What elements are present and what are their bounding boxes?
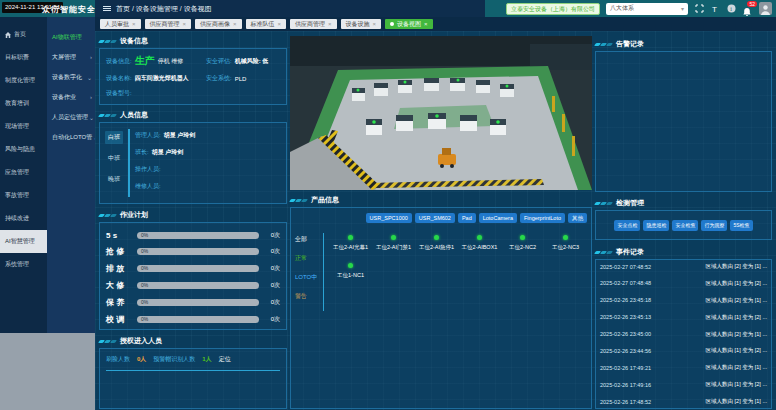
event-row[interactable]: 2025-02-26 23:44:56区域人数由 [1] 变为 [2] ... (600, 347, 767, 354)
submenu-device-operation[interactable]: 设备作业› (47, 87, 95, 107)
device-item[interactable]: 工位2-AIBOX1 (458, 235, 501, 251)
shift-tabs: 白班 中班 晚班 (105, 129, 123, 197)
sidebar-item-accident-mgmt[interactable]: 事故管理 (0, 184, 47, 207)
tab-supplier-mgmt-1[interactable]: 供应商管理× (145, 19, 192, 29)
progress-bar: 0% (137, 248, 259, 255)
progress-bar: 0% (137, 316, 259, 323)
panel-header-icon (99, 340, 116, 343)
event-row[interactable]: 2025-02-26 17:48:52区域人数由 [2] 变为 [1] ... (600, 398, 767, 405)
event-row[interactable]: 2025-02-26 17:49:16区域人数由 [1] 变为 [2] ... (600, 381, 767, 388)
btn-usr-sm602[interactable]: USR_SM602 (415, 213, 455, 223)
factory-3d-view[interactable] (290, 36, 592, 190)
sidebar-item-education-training[interactable]: 教育培训 (0, 92, 47, 115)
filter-warning[interactable]: 警告 (295, 292, 307, 301)
device-item[interactable]: 工位2-AI光幕1 (329, 235, 372, 251)
btn-safety-spot-check[interactable]: 安全点检 (614, 220, 640, 231)
sidebar-item-risk-hazard[interactable]: 风险与隐患 (0, 138, 47, 161)
home-icon (5, 32, 11, 38)
event-row[interactable]: 2025-02-27 07:48:48区域人数由 [1] 变为 [2] ... (600, 280, 767, 287)
shift-tab-night[interactable]: 晚班 (105, 173, 123, 186)
submenu-auto-loto[interactable]: 自动化LOTO管⌄ (47, 127, 95, 147)
tab-close-icon[interactable]: × (373, 21, 377, 27)
sidebar-item-system-mgmt[interactable]: 系统管理 (0, 253, 47, 276)
maintainer-label: 维修人员: (135, 182, 161, 191)
event-row[interactable]: 2025-02-27 07:48:52区域人数由 [2] 变为 [1] ... (600, 263, 767, 270)
event-records-panel: 2025-02-27 07:48:52区域人数由 [2] 变为 [1] ... … (595, 259, 772, 409)
btn-other[interactable]: 其他 (568, 213, 587, 223)
panel-header-icon (99, 214, 116, 217)
fullscreen-icon[interactable] (694, 4, 704, 14)
info-icon[interactable]: i (726, 4, 736, 14)
chevron-right-icon: › (90, 94, 92, 100)
device-item[interactable]: 工位1-NC1 (329, 263, 372, 279)
filter-normal[interactable]: 正常 (295, 254, 307, 263)
secondary-sidebar: AI物联管理 大屏管理› 设备数字化⌄ 设备作业› 人员定位管理⌄ 自动化LOT… (47, 17, 95, 333)
primary-sidebar: 首页 目标职责 制度化管理 教育培训 现场管理 风险与隐患 应急管理 事故管理 … (0, 17, 47, 333)
location-label[interactable]: 定位 (219, 355, 231, 364)
btn-hazard-patrol[interactable]: 隐患巡检 (643, 220, 669, 231)
sidebar-item-institution-mgmt[interactable]: 制度化管理 (0, 69, 47, 92)
shift-tab-day[interactable]: 白班 (105, 131, 123, 144)
tab-close-icon[interactable]: × (278, 21, 282, 27)
filter-loto[interactable]: LOTO中 (295, 273, 317, 282)
tab-close-icon[interactable]: × (183, 21, 187, 27)
sidebar-item-continuous-improvement[interactable]: 持续改进 (0, 207, 47, 230)
device-item[interactable]: 工位2-AI急停1 (415, 235, 458, 251)
tab-supplier-profile[interactable]: 供应商画像× (195, 19, 242, 29)
personnel-panel: 白班 中班 晚班 管理人员:胡显 卢玲剑 班长:胡显 卢玲剑 操作人员: 维修人… (99, 122, 287, 204)
device-item[interactable]: 工位2-NC2 (501, 235, 544, 251)
tab-close-icon[interactable]: × (328, 21, 332, 27)
menu-collapse-icon[interactable] (103, 6, 111, 11)
sidebar-footer-area (0, 333, 95, 410)
btn-fingerprint-loto[interactable]: FingerprintLoto (520, 213, 565, 223)
tab-standard-team[interactable]: 标准队伍× (246, 19, 287, 29)
btn-usr-spc1000[interactable]: USR_SPC1000 (366, 213, 412, 223)
event-row[interactable]: 2025-02-26 23:45:00区域人数由 [2] 变为 [1] ... (600, 331, 767, 338)
font-size-icon[interactable]: T (710, 4, 720, 14)
btn-loto-camera[interactable]: LotoCamera (479, 213, 517, 223)
btn-5s-check[interactable]: 5S检查 (730, 220, 752, 231)
submenu-screen-mgmt[interactable]: 大屏管理› (47, 47, 95, 67)
chevron-down-icon: ⌄ (89, 114, 94, 121)
tab-close-icon[interactable]: × (132, 21, 136, 27)
submenu-device-digitization[interactable]: 设备数字化⌄ (47, 67, 95, 87)
safety-system-label: 安全系统: (206, 74, 232, 83)
company-badge: 立泰安全设备（上海）有限公司 (506, 3, 600, 15)
operator-label: 操作人员: (135, 165, 161, 174)
tab-device-view-active[interactable]: 设备视图× (385, 19, 433, 29)
event-records-header: 事件记录 (595, 246, 644, 258)
divider (323, 233, 325, 311)
sidebar-item-home[interactable]: 首页 (0, 23, 47, 46)
tab-supplier-mgmt-2[interactable]: 供应商管理× (290, 19, 337, 29)
sidebar-item-ai-smart-mgmt[interactable]: AI智慧管理 (0, 230, 47, 253)
notification-bell-icon[interactable]: 52 (742, 3, 753, 14)
tab-personnel-approval[interactable]: 人员审批× (100, 19, 141, 29)
submenu-ai-iot-mgmt[interactable]: AI物联管理 (47, 27, 95, 47)
btn-pad[interactable]: Pad (458, 213, 476, 223)
event-row[interactable]: 2025-02-26 17:49:21区域人数由 [2] 变为 [1] ... (600, 364, 767, 371)
dashboard-main: 设备信息 设备信息: 生产 停机 维修 安全评估: 机械风险: 低 设备名称: … (95, 31, 776, 410)
tab-close-icon[interactable]: × (233, 21, 237, 27)
device-item[interactable]: 工位2-NC3 (544, 235, 587, 251)
tab-device-facility[interactable]: 设备设施× (341, 19, 382, 29)
helmet-recognition-count: 1人 (202, 355, 211, 364)
submenu-personnel-location[interactable]: 人员定位管理⌄ (47, 107, 95, 127)
btn-safety-inspection[interactable]: 安全检查 (672, 220, 698, 231)
tab-close-icon[interactable]: × (424, 21, 428, 27)
event-row[interactable]: 2025-02-26 23:45:13区域人数由 [1] 变为 [2] ... (600, 314, 767, 321)
system-select[interactable]: 八大体系 ▾ (606, 3, 688, 15)
progress-bar: 0% (137, 282, 259, 289)
sidebar-item-goals-duties[interactable]: 目标职责 (0, 46, 47, 69)
panel-header-icon (595, 251, 612, 254)
face-scan-count: 0人 (137, 355, 146, 364)
event-row[interactable]: 2025-02-26 23:45:18区域人数由 [2] 变为 [1] ... (600, 297, 767, 304)
filter-all[interactable]: 全部 (295, 235, 307, 244)
device-model-label: 设备型号: (106, 89, 132, 98)
avatar[interactable] (759, 2, 772, 15)
btn-behavior-observation[interactable]: 行为观察 (701, 220, 727, 231)
sidebar-item-emergency-mgmt[interactable]: 应急管理 (0, 161, 47, 184)
device-item[interactable]: 工位2-AI门禁1 (372, 235, 415, 251)
sidebar-item-site-mgmt[interactable]: 现场管理 (0, 115, 47, 138)
status-dot-green (434, 235, 439, 240)
shift-tab-middle[interactable]: 中班 (105, 152, 123, 165)
